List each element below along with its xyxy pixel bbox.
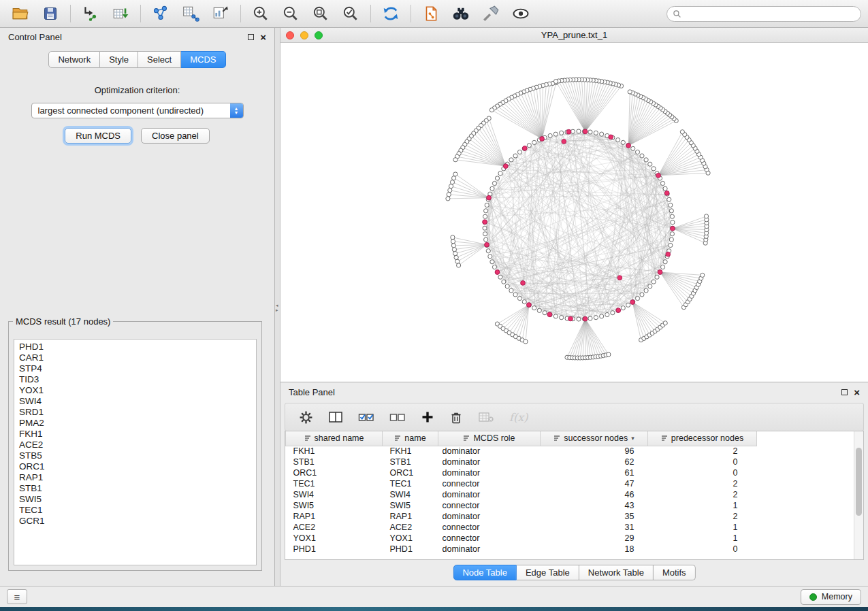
mcds-result-item[interactable]: PMA2 — [19, 418, 256, 429]
search-network-button[interactable] — [447, 3, 475, 24]
tab-node-table[interactable]: Node Table — [453, 565, 517, 580]
mcds-result-item[interactable]: FKH1 — [19, 429, 256, 440]
network-graph[interactable] — [280, 43, 867, 382]
cell-shared-name: SWI4 — [286, 489, 383, 500]
paint-style-button[interactable] — [477, 3, 504, 24]
save-session-button[interactable] — [37, 3, 64, 24]
table-row[interactable]: RAP1 RAP1 dominator 35 2 — [286, 511, 757, 522]
add-column-button[interactable] — [421, 410, 434, 424]
table-row[interactable]: SWI4 SWI4 dominator 46 2 — [286, 489, 757, 500]
mcds-result-item[interactable]: ACE2 — [19, 440, 256, 450]
network-from-table-button[interactable] — [177, 3, 204, 24]
table-scrollbar[interactable] — [854, 431, 863, 559]
mcds-result-group: MCDS result (17 nodes) PHD1 CAR1 STP4 TI… — [8, 316, 262, 571]
mcds-result-item[interactable]: SWI4 — [19, 396, 256, 407]
close-panel-icon[interactable]: × — [260, 32, 266, 42]
delete-column-button[interactable] — [449, 410, 463, 425]
status-menu-button[interactable]: ≡ — [7, 589, 27, 604]
panel-splitter[interactable]: ◂▸ — [275, 28, 280, 586]
search-input[interactable] — [685, 9, 855, 18]
deselect-all-button[interactable] — [389, 410, 406, 424]
table-row[interactable]: STB1 STB1 dominator 62 0 — [286, 457, 757, 467]
cell-name: TEC1 — [383, 478, 438, 489]
float-panel-icon[interactable] — [841, 389, 848, 395]
table-row[interactable]: FKH1 FKH1 dominator 96 2 — [286, 446, 757, 457]
search-field[interactable] — [666, 6, 861, 22]
column-header-successor-nodes[interactable]: successor nodes ▾ — [541, 431, 648, 446]
network-canvas[interactable] — [280, 43, 868, 382]
mcds-result-item[interactable]: STB1 — [19, 483, 256, 494]
scrollbar-thumb[interactable] — [856, 448, 862, 516]
mcds-result-item[interactable]: ORC1 — [19, 461, 256, 472]
export-image-button[interactable] — [207, 3, 234, 24]
column-header-name[interactable]: name — [383, 431, 438, 446]
tab-select[interactable]: Select — [138, 51, 181, 68]
column-header-mcds-role[interactable]: MCDS role — [438, 431, 541, 446]
table-row[interactable]: ORC1 ORC1 dominator 61 0 — [286, 467, 757, 478]
mcds-result-item[interactable]: SRD1 — [19, 407, 256, 418]
clone-network-button[interactable] — [417, 3, 445, 24]
column-header-shared-name[interactable]: shared name — [286, 431, 383, 446]
document-network-icon — [422, 5, 440, 22]
zoom-fit-button[interactable] — [307, 3, 334, 24]
column-header-predecessor-nodes[interactable]: predecessor nodes — [648, 431, 757, 446]
mcds-result-item[interactable]: YOX1 — [19, 385, 256, 396]
memory-button[interactable]: Memory — [801, 589, 861, 605]
mcds-result-item[interactable]: TEC1 — [19, 505, 256, 516]
tab-edge-table[interactable]: Edge Table — [517, 565, 579, 580]
import-table-button[interactable] — [107, 3, 134, 24]
float-panel-icon[interactable] — [248, 34, 254, 40]
table-settings-button[interactable] — [299, 410, 313, 425]
splitter-handle-icon[interactable]: ◂▸ — [276, 303, 278, 312]
status-bar: ≡ Memory — [0, 586, 868, 607]
mcds-result-item[interactable]: STP4 — [19, 363, 256, 374]
search-icon — [673, 10, 681, 18]
cell-predecessor-nodes: 1 — [648, 522, 757, 533]
tab-motifs[interactable]: Motifs — [654, 565, 696, 580]
show-columns-button[interactable] — [328, 410, 343, 424]
new-network-button[interactable] — [147, 3, 174, 24]
network-nodes-icon — [152, 5, 170, 22]
mcds-result-item[interactable]: GCR1 — [19, 516, 256, 527]
cell-successor-nodes: 46 — [541, 489, 648, 500]
mcds-result-item[interactable]: TID3 — [19, 374, 256, 385]
mcds-result-item[interactable]: CAR1 — [19, 352, 256, 363]
zoom-selected-button[interactable] — [337, 3, 364, 24]
control-panel-tabs: Network Style Select MCDS — [0, 51, 274, 68]
mcds-result-list[interactable]: PHD1 CAR1 STP4 TID3 YOX1 SWI4 SRD1 PMA2 … — [14, 339, 257, 565]
network-titlebar: YPA_prune.txt_1 — [280, 28, 868, 43]
open-file-button[interactable] — [7, 3, 34, 24]
tab-network-table[interactable]: Network Table — [579, 565, 654, 580]
delete-table-button — [478, 410, 494, 424]
table-row[interactable]: ACE2 ACE2 connector 31 1 — [286, 522, 757, 533]
table-row[interactable]: TEC1 TEC1 connector 47 2 — [286, 478, 757, 489]
zoom-out-button[interactable] — [277, 3, 304, 24]
cell-name: ACE2 — [383, 522, 438, 533]
tab-network[interactable]: Network — [48, 51, 100, 68]
sort-icon — [661, 435, 668, 442]
import-network-button[interactable] — [77, 3, 104, 24]
zoom-in-button[interactable] — [247, 3, 274, 24]
mcds-result-title: MCDS result (17 nodes) — [13, 316, 113, 327]
mcds-result-item[interactable]: PHD1 — [19, 342, 256, 352]
tab-style[interactable]: Style — [100, 51, 138, 68]
table-row[interactable]: SWI5 SWI5 connector 43 1 — [286, 500, 757, 511]
select-all-button[interactable] — [358, 410, 374, 424]
criterion-dropdown[interactable]: largest connected component (undirected)… — [31, 103, 244, 118]
mcds-result-item[interactable]: STB5 — [19, 450, 256, 461]
cell-name: RAP1 — [383, 511, 438, 522]
control-panel: Control Panel × Network Style Select MCD… — [0, 28, 275, 586]
gear-icon — [299, 410, 313, 425]
close-panel-button[interactable]: Close panel — [141, 128, 210, 144]
table-row[interactable]: PHD1 PHD1 dominator 18 0 — [286, 544, 757, 555]
close-panel-icon[interactable]: × — [854, 387, 860, 397]
show-hide-button[interactable] — [507, 3, 534, 24]
tab-mcds[interactable]: MCDS — [181, 51, 225, 68]
run-mcds-button[interactable]: Run MCDS — [65, 128, 131, 144]
mcds-result-item[interactable]: RAP1 — [19, 472, 256, 483]
toolbar-separator — [411, 5, 411, 22]
cell-shared-name: STB1 — [286, 457, 383, 467]
table-row[interactable]: YOX1 YOX1 connector 29 1 — [286, 533, 757, 544]
mcds-result-item[interactable]: SWI5 — [19, 494, 256, 505]
apply-layout-button[interactable] — [377, 3, 404, 24]
